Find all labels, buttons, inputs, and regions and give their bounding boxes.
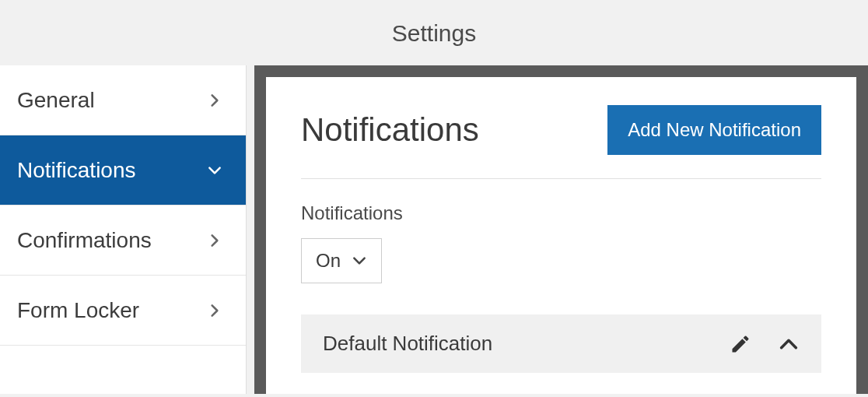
sidebar-item-label: Confirmations <box>17 228 152 253</box>
chevron-right-icon <box>207 93 222 108</box>
sidebar-item-form-locker[interactable]: Form Locker <box>0 276 246 346</box>
pencil-icon[interactable] <box>730 333 751 355</box>
page-title: Settings <box>0 0 868 65</box>
sidebar-item-label: Notifications <box>17 158 136 183</box>
sidebar-item-confirmations[interactable]: Confirmations <box>0 206 246 276</box>
notification-actions <box>730 333 800 355</box>
sidebar-item-label: General <box>17 88 95 113</box>
main-outer: Notifications Add New Notification Notif… <box>254 65 868 394</box>
chevron-right-icon <box>207 303 222 318</box>
notification-item-label: Default Notification <box>323 332 492 356</box>
sidebar-item-notifications[interactable]: Notifications <box>0 135 246 206</box>
notifications-toggle-select[interactable]: On <box>301 238 382 283</box>
notifications-toggle-label: Notifications <box>301 202 821 224</box>
sidebar-item-label: Form Locker <box>17 298 139 323</box>
notification-item[interactable]: Default Notification <box>301 314 821 373</box>
sidebar-item-general[interactable]: General <box>0 65 246 135</box>
chevron-down-icon <box>352 253 367 269</box>
content-area: General Notifications Confirmations Form… <box>0 65 868 394</box>
select-value: On <box>316 250 341 272</box>
chevron-up-icon[interactable] <box>778 333 800 355</box>
main-panel: Notifications Add New Notification Notif… <box>266 77 856 394</box>
add-new-notification-button[interactable]: Add New Notification <box>607 105 821 155</box>
panel-header: Notifications Add New Notification <box>301 105 821 179</box>
scroll-gap <box>247 65 254 394</box>
panel-title: Notifications <box>301 111 479 149</box>
chevron-right-icon <box>207 233 222 248</box>
chevron-down-icon <box>207 163 222 178</box>
settings-sidebar: General Notifications Confirmations Form… <box>0 65 247 394</box>
